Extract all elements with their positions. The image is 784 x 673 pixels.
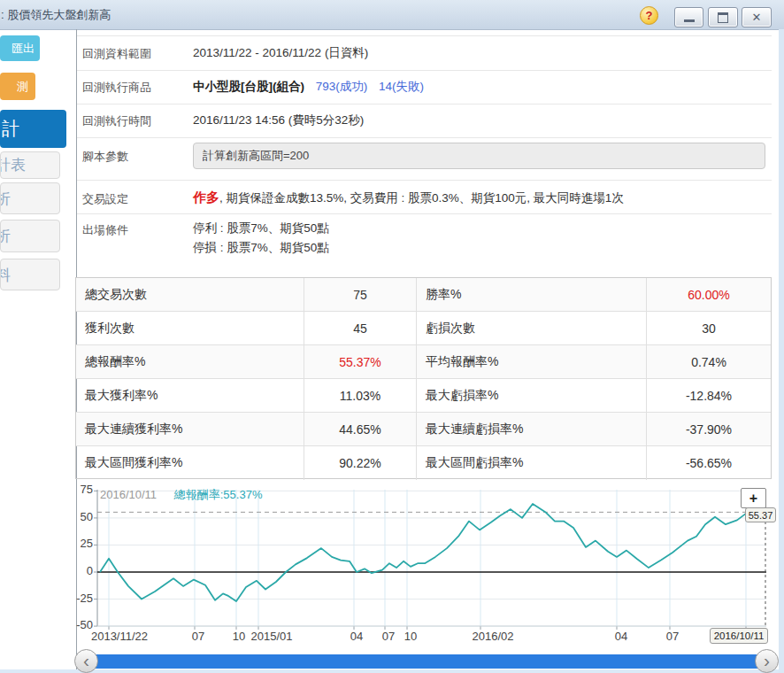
help-button[interactable]: ? xyxy=(640,6,658,25)
table-row: 最大區間獲利率% 90.22% 最大區間虧損率% -56.65% xyxy=(76,446,771,480)
trade-direction-long: 作多 xyxy=(193,190,219,205)
window-frame-right xyxy=(779,29,784,673)
sidebar-export-button[interactable]: 匯出 xyxy=(0,35,40,61)
success-count-link[interactable]: 793(成功) xyxy=(316,80,368,93)
stats-table: 總交易次數 75 勝率% 60.00% 獲利次數 45 虧損次數 30 總報酬率… xyxy=(75,277,772,479)
x-axis-tick: 07 xyxy=(633,630,712,643)
window-title: : 股價領先大盤創新高 xyxy=(1,0,111,29)
backtest-result-window: : 股價領先大盤創新高 ? ✕ 匯出 測 計 計表 析 析 料 回測資料範圍 2… xyxy=(0,0,784,673)
sidebar-tab-analysis-1[interactable]: 析 xyxy=(0,182,60,214)
stat-value: 45 xyxy=(304,312,417,344)
product-group-name: 中小型股[台股](組合) xyxy=(193,80,304,93)
stat-label: 最大區間獲利率% xyxy=(76,446,304,480)
maximize-icon xyxy=(718,12,728,23)
value-trade-settings: 作多, 期貨保證金成數13.5%, 交易費用 : 股票0.3%、期貨100元, … xyxy=(193,190,624,206)
y-axis-tick: 25 xyxy=(66,537,93,550)
maximize-button[interactable] xyxy=(708,7,738,27)
stat-value: 11.03% xyxy=(304,379,417,412)
help-icon: ? xyxy=(646,9,653,22)
stat-label: 平均報酬率% xyxy=(417,345,647,378)
chevron-left-icon: ‹ xyxy=(83,650,89,670)
sidebar-tab-data[interactable]: 料 xyxy=(0,259,60,290)
sidebar-tab-statistics-active[interactable]: 計 xyxy=(0,110,66,148)
stat-value-win-rate: 60.00% xyxy=(647,278,771,311)
scroll-left-button[interactable]: ‹ xyxy=(74,649,98,673)
stat-value: 44.65% xyxy=(304,413,417,445)
row-separator xyxy=(77,70,772,71)
stat-label: 最大虧損率% xyxy=(417,379,647,412)
fail-count-link[interactable]: 14(失敗) xyxy=(379,80,424,93)
label-products: 回測執行商品 xyxy=(82,80,151,96)
row-separator xyxy=(77,137,772,138)
y-axis-tick: 75 xyxy=(66,483,93,496)
chart-hover-date: 2016/10/11 xyxy=(100,488,157,501)
table-row: 獲利次數 45 虧損次數 30 xyxy=(76,312,771,345)
exit-stop-loss: 停損 : 股票7%、期貨50點 xyxy=(193,240,329,256)
stat-label: 總交易次數 xyxy=(76,278,304,311)
close-button[interactable]: ✕ xyxy=(742,7,772,27)
stat-value: -37.90% xyxy=(647,413,771,445)
row-separator xyxy=(77,104,772,104)
y-axis-tick: -25 xyxy=(66,592,93,605)
sidebar-tab-analysis-2[interactable]: 析 xyxy=(0,220,60,252)
stat-label: 虧損次數 xyxy=(417,312,647,344)
chart-scrollbar[interactable] xyxy=(84,654,761,669)
stat-value: -56.65% xyxy=(647,446,771,480)
minimize-icon xyxy=(684,19,695,22)
value-data-range: 2013/11/22 - 2016/11/22 (日資料) xyxy=(193,45,368,61)
table-row: 總交易次數 75 勝率% 60.00% xyxy=(76,278,771,312)
minimize-button[interactable] xyxy=(674,7,703,27)
title-bar xyxy=(0,0,784,30)
y-axis-tick: 0 xyxy=(66,564,93,577)
stat-label: 最大區間虧損率% xyxy=(417,446,647,480)
table-row: 最大獲利率% 11.03% 最大虧損率% -12.84% xyxy=(76,379,771,413)
stat-value: 30 xyxy=(647,312,771,344)
label-script-params: 腳本參數 xyxy=(82,149,128,165)
stat-label: 最大獲利率% xyxy=(76,379,304,412)
close-icon: ✕ xyxy=(752,12,762,23)
label-data-range: 回測資料範圍 xyxy=(82,46,151,62)
stat-label: 勝率% xyxy=(417,278,647,311)
value-products: 中小型股[台股](組合) 793(成功) 14(失敗) xyxy=(193,79,424,95)
sidebar-backtest-button[interactable]: 測 xyxy=(0,73,35,100)
x-axis-tick: 10 xyxy=(371,630,450,643)
stat-value: 90.22% xyxy=(304,446,417,480)
y-axis-tick: 50 xyxy=(66,510,93,523)
stat-value: 0.74% xyxy=(647,345,771,378)
chart-zoom-button[interactable]: + xyxy=(741,488,766,508)
chart-end-value-label: 55.37 xyxy=(745,507,776,522)
window-frame-bottom xyxy=(0,669,779,673)
stat-label: 獲利次數 xyxy=(76,312,304,344)
stat-label: 最大連續獲利率% xyxy=(76,413,304,445)
script-params-input[interactable] xyxy=(193,143,765,169)
stat-value-total-return: 55.37% xyxy=(304,345,417,378)
row-separator xyxy=(77,213,772,214)
x-axis-tick: 2013/11/22 xyxy=(80,630,159,643)
row-separator xyxy=(77,180,772,181)
label-exec-time: 回測執行時間 xyxy=(82,113,151,129)
chevron-right-icon: › xyxy=(764,650,770,670)
scroll-right-button[interactable]: › xyxy=(755,649,779,673)
stat-label: 總報酬率% xyxy=(76,345,304,378)
sidebar-tab-stat-table[interactable]: 計表 xyxy=(0,151,60,179)
chart-series-label: 總報酬率:55.37% xyxy=(174,488,263,501)
table-row: 最大連續獲利率% 44.65% 最大連續虧損率% -37.90% xyxy=(76,413,771,446)
label-exit-conditions: 出場條件 xyxy=(82,222,128,238)
label-trade-settings: 交易設定 xyxy=(82,191,128,207)
exit-take-profit: 停利 : 股票7%、期貨50點 xyxy=(193,220,329,236)
value-exec-time: 2016/11/23 14:56 (費時5分32秒) xyxy=(193,112,364,128)
chart-plot-area[interactable] xyxy=(97,485,766,627)
table-row: 總報酬率% 55.37% 平均報酬率% 0.74% xyxy=(76,345,771,379)
stat-value: 75 xyxy=(304,278,417,311)
chart-crosshair-date-label: 2016/10/11 xyxy=(710,628,768,644)
row-separator xyxy=(77,35,772,36)
x-axis-tick: 2016/02 xyxy=(453,630,533,643)
stat-label: 最大連續虧損率% xyxy=(417,413,647,445)
x-axis-tick: 2015/01 xyxy=(232,630,311,643)
chart-header: 2016/10/11 總報酬率:55.37% xyxy=(100,487,262,503)
stat-value: -12.84% xyxy=(647,379,771,412)
